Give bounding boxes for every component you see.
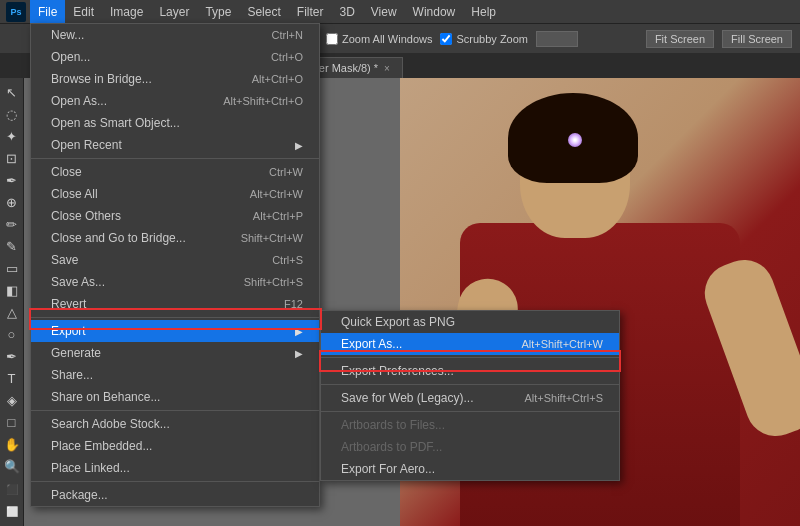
menu-item-place-embedded[interactable]: Place Embedded... <box>31 435 319 457</box>
menu-item-save-as[interactable]: Save As... Shift+Ctrl+S <box>31 271 319 293</box>
export-separator-3 <box>321 411 619 412</box>
pen-tool[interactable]: ✒ <box>1 346 23 366</box>
zoom-all-windows-label[interactable]: Zoom All Windows <box>326 33 432 45</box>
scrubby-zoom-label[interactable]: Scrubby Zoom <box>440 33 528 45</box>
hand-tool[interactable]: ✋ <box>1 434 23 454</box>
menu-item-revert[interactable]: Revert F12 <box>31 293 319 315</box>
menu-3d[interactable]: 3D <box>331 0 362 23</box>
menu-item-close-all[interactable]: Close All Alt+Ctrl+W <box>31 183 319 205</box>
menu-item-close-others[interactable]: Close Others Alt+Ctrl+P <box>31 205 319 227</box>
menu-item-save[interactable]: Save Ctrl+S <box>31 249 319 271</box>
export-separator-1 <box>321 357 619 358</box>
menu-item-share[interactable]: Share... <box>31 364 319 386</box>
menu-item-share-behance[interactable]: Share on Behance... <box>31 386 319 408</box>
menu-window[interactable]: Window <box>405 0 464 23</box>
gradient-tool[interactable]: ◧ <box>1 280 23 300</box>
healing-brush-tool[interactable]: ⊕ <box>1 192 23 212</box>
foreground-color[interactable]: ⬛ <box>1 478 23 500</box>
background-color[interactable]: ⬜ <box>1 500 23 522</box>
menu-item-open-smart-object[interactable]: Open as Smart Object... <box>31 112 319 134</box>
export-item-export-aero[interactable]: Export For Aero... <box>321 458 619 480</box>
person-jewel <box>568 133 582 147</box>
magic-wand-tool[interactable]: ✦ <box>1 126 23 146</box>
export-item-artboards-files: Artboards to Files... <box>321 414 619 436</box>
menu-edit[interactable]: Edit <box>65 0 102 23</box>
move-tool[interactable]: ↖ <box>1 82 23 102</box>
menu-item-open[interactable]: Open... Ctrl+O <box>31 46 319 68</box>
menu-select[interactable]: Select <box>239 0 288 23</box>
menu-item-new[interactable]: New... Ctrl+N <box>31 24 319 46</box>
menu-item-place-linked[interactable]: Place Linked... <box>31 457 319 479</box>
crop-tool[interactable]: ⊡ <box>1 148 23 168</box>
separator-1 <box>31 158 319 159</box>
eyedropper-tool[interactable]: ✒ <box>1 170 23 190</box>
menu-item-search-stock[interactable]: Search Adobe Stock... <box>31 413 319 435</box>
tab-close-button[interactable]: × <box>384 63 390 74</box>
menu-type[interactable]: Type <box>197 0 239 23</box>
fit-screen-button[interactable]: Fit Screen <box>646 30 714 48</box>
export-item-save-for-web[interactable]: Save for Web (Legacy)... Alt+Shift+Ctrl+… <box>321 387 619 409</box>
export-submenu[interactable]: Quick Export as PNG Export As... Alt+Shi… <box>320 310 620 481</box>
brush-tool[interactable]: ✏ <box>1 214 23 234</box>
eraser-tool[interactable]: ▭ <box>1 258 23 278</box>
fill-screen-button[interactable]: Fill Screen <box>722 30 792 48</box>
clone-stamp-tool[interactable]: ✎ <box>1 236 23 256</box>
zoom-value-input[interactable]: 100% <box>536 31 578 47</box>
separator-2 <box>31 317 319 318</box>
export-item-preferences[interactable]: Export Preferences... <box>321 360 619 382</box>
blur-tool[interactable]: △ <box>1 302 23 322</box>
menu-bar: Ps File Edit Image Layer Type Select Fil… <box>0 0 800 23</box>
menu-item-close[interactable]: Close Ctrl+W <box>31 161 319 183</box>
menu-item-open-recent[interactable]: Open Recent ▶ <box>31 134 319 156</box>
menu-item-export[interactable]: Export ▶ <box>31 320 319 342</box>
menu-image[interactable]: Image <box>102 0 151 23</box>
path-selection-tool[interactable]: ◈ <box>1 390 23 410</box>
menu-item-open-as[interactable]: Open As... Alt+Shift+Ctrl+O <box>31 90 319 112</box>
app-logo: Ps <box>4 0 28 23</box>
separator-3 <box>31 410 319 411</box>
file-menu-dropdown[interactable]: New... Ctrl+N Open... Ctrl+O Browse in B… <box>30 23 320 507</box>
menu-layer[interactable]: Layer <box>151 0 197 23</box>
ps-logo-icon: Ps <box>6 2 26 22</box>
menu-filter[interactable]: Filter <box>289 0 332 23</box>
menu-help[interactable]: Help <box>463 0 504 23</box>
export-separator-2 <box>321 384 619 385</box>
left-toolbar: ↖ ◌ ✦ ⊡ ✒ ⊕ ✏ ✎ ▭ ◧ △ ○ ✒ T ◈ □ ✋ 🔍 ⬛ ⬜ <box>0 78 24 526</box>
shape-tool[interactable]: □ <box>1 412 23 432</box>
export-item-export-as[interactable]: Export As... Alt+Shift+Ctrl+W <box>321 333 619 355</box>
lasso-tool[interactable]: ◌ <box>1 104 23 124</box>
separator-4 <box>31 481 319 482</box>
dodge-tool[interactable]: ○ <box>1 324 23 344</box>
export-item-quick-png[interactable]: Quick Export as PNG <box>321 311 619 333</box>
export-item-artboards-pdf: Artboards to PDF... <box>321 436 619 458</box>
menu-view[interactable]: View <box>363 0 405 23</box>
menu-item-package[interactable]: Package... <box>31 484 319 506</box>
menu-item-generate[interactable]: Generate ▶ <box>31 342 319 364</box>
scrubby-zoom-checkbox[interactable] <box>440 33 452 45</box>
zoom-tool[interactable]: 🔍 <box>1 456 23 476</box>
zoom-all-windows-checkbox[interactable] <box>326 33 338 45</box>
menu-item-close-go-bridge[interactable]: Close and Go to Bridge... Shift+Ctrl+W <box>31 227 319 249</box>
menu-file[interactable]: File <box>30 0 65 23</box>
text-tool[interactable]: T <box>1 368 23 388</box>
menu-item-browse-bridge[interactable]: Browse in Bridge... Alt+Ctrl+O <box>31 68 319 90</box>
